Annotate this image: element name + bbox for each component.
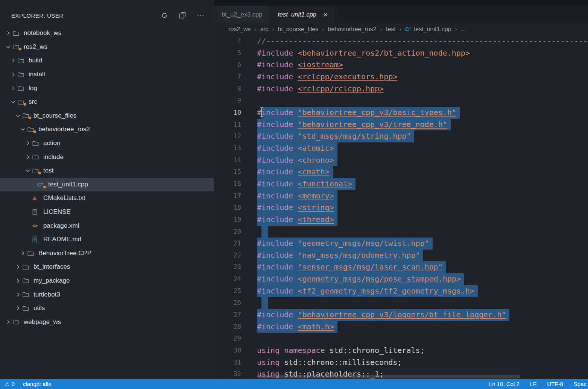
code-line-10[interactable]: 10#include "behaviortree_cpp_v3/basic_ty… (214, 107, 588, 119)
chevron-right-icon[interactable] (25, 154, 32, 160)
tree-item-license[interactable]: LICENSE (0, 205, 214, 219)
tree-item-action[interactable]: action (0, 136, 214, 150)
code-line-24[interactable]: 24#include <geometry_msgs/msg/pose_stamp… (214, 273, 588, 285)
chevron-down-icon[interactable] (15, 113, 23, 119)
code-line-31[interactable]: 31using std::chrono::milliseconds; (214, 357, 588, 369)
chevron-down-icon[interactable] (20, 126, 27, 132)
code-line-19[interactable]: 19#include <thread> (214, 214, 588, 226)
collapse-folders-icon[interactable] (178, 11, 187, 20)
tree-item-cmakelists-txt[interactable]: CMakeLists.txt (0, 191, 214, 205)
code-line-7[interactable]: 7#include <rclcpp/executors.hpp> (214, 71, 588, 83)
code-token (293, 322, 298, 331)
breadcrumb-item-src[interactable]: src (260, 26, 268, 33)
chevron-right-icon[interactable] (15, 264, 23, 270)
more-actions-icon[interactable]: ··· (196, 11, 205, 20)
code-line-4[interactable]: 4//-------------------------------------… (214, 35, 588, 47)
chevron-right-icon[interactable] (10, 85, 18, 91)
horizontal-scrollbar[interactable] (257, 375, 520, 378)
code-line-15[interactable]: 15#include <cmath> (214, 166, 588, 178)
code-token: <behaviortree_ros2/bt_action_node.hpp> (298, 48, 470, 58)
tree-item-src[interactable]: src (0, 95, 214, 109)
tree-item-readme-md[interactable]: README.md (0, 233, 214, 247)
code-line-12[interactable]: 12#include "std_msgs/msg/string.hpp" (214, 130, 588, 142)
close-tab-icon[interactable]: × (323, 11, 328, 18)
code-token: #include (257, 191, 293, 200)
tree-item-ros2-ws[interactable]: ros2_ws (0, 40, 214, 54)
chevron-right-icon[interactable] (10, 58, 18, 64)
tree-item-bt-course-files[interactable]: bt_course_files (0, 109, 214, 123)
clangd-status[interactable]: clangd: idle (23, 381, 52, 387)
code-line-17[interactable]: 17#include <memory> (214, 190, 588, 202)
chevron-down-icon[interactable] (5, 44, 13, 50)
code-editor[interactable]: 4//-------------------------------------… (214, 35, 588, 379)
breadcrumb-item-[interactable]: ... (461, 26, 466, 33)
code-line-30[interactable]: 30using namespace std::chrono_literals; (214, 345, 588, 357)
tree-item-turtlebot3[interactable]: turtlebot3 (0, 288, 214, 301)
chevron-right-icon[interactable] (15, 305, 23, 311)
tree-item-webpage-ws[interactable]: webpage_ws (0, 315, 214, 329)
chevron-right-icon[interactable] (5, 319, 13, 325)
code-line-8[interactable]: 8#include <rclcpp/rclcpp.hpp> (214, 83, 588, 95)
code-line-9[interactable]: 9 (214, 95, 588, 107)
breadcrumb-item-behaviortree-ros2[interactable]: behaviortree_ros2 (328, 26, 377, 33)
tree-item-notebook-ws[interactable]: notebook_ws (0, 26, 214, 40)
chevron-down-icon[interactable] (10, 99, 18, 105)
chevron-right-icon[interactable] (10, 71, 18, 77)
tree-item-label: log (29, 85, 37, 92)
chevron-down-icon[interactable] (25, 168, 32, 174)
tree-item-log[interactable]: log (0, 81, 214, 95)
eol-indicator[interactable]: LF (530, 381, 537, 387)
code-line-20[interactable]: 20 (214, 226, 588, 238)
chevron-right-icon[interactable] (20, 250, 27, 256)
code-line-5[interactable]: 5#include <behaviortree_ros2/bt_action_n… (214, 47, 588, 59)
code-line-27[interactable]: 27#include "behaviortree_cpp_v3/loggers/… (214, 309, 588, 321)
xml-icon: <> (32, 223, 41, 229)
code-token: namespace (284, 346, 325, 355)
tab-bt-u2-ex3-cpp[interactable]: bt_u2_ex3.cpp (214, 6, 270, 23)
tree-item-test[interactable]: test (0, 164, 214, 178)
indentation-indicator[interactable]: Spac (574, 381, 586, 387)
tree-item-install[interactable]: install (0, 68, 214, 82)
problems-indicator[interactable]: ⚠ 0 (5, 381, 15, 387)
tree-item-behaviortree-cpp[interactable]: BehaviorTree.CPP (0, 247, 214, 260)
encoding-indicator[interactable]: UTF-8 (547, 381, 563, 387)
code-line-14[interactable]: 14#include <chrono> (214, 154, 588, 166)
tree-item-test-unit1-cpp[interactable]: C+test_unit1.cpp (0, 178, 214, 192)
code-line-16[interactable]: 16#include <functional> (214, 178, 588, 190)
tree-item-behaviortree-ros2[interactable]: behaviortree_ros2 (0, 123, 214, 136)
tree-item-label: src (29, 98, 37, 106)
code-line-22[interactable]: 22#include "nav_msgs/msg/odometry.hpp" (214, 250, 588, 262)
tree-item-package-xml[interactable]: <>package.xml (0, 219, 214, 233)
code-token (293, 60, 298, 69)
refresh-icon[interactable] (160, 11, 169, 20)
chevron-right-icon[interactable] (15, 292, 23, 298)
code-line-6[interactable]: 6#include <iostream> (214, 59, 588, 71)
tree-item-build[interactable]: build (0, 54, 214, 68)
chevron-right-icon[interactable] (15, 278, 23, 284)
tree-item-utils[interactable]: utils (0, 301, 214, 315)
tree-item-my-package[interactable]: my_package (0, 274, 214, 288)
code-token: #include (257, 322, 293, 331)
code-line-26[interactable]: 26 (214, 297, 588, 309)
code-line-23[interactable]: 23#include "sensor_msgs/msg/laser_scan.h… (214, 261, 588, 273)
code-line-11[interactable]: 11#include "behaviortree_cpp_v3/tree_nod… (214, 119, 588, 131)
breadcrumb-item-test[interactable]: test (386, 26, 396, 33)
tab-test-unit1-cpp[interactable]: test_unit1.cpp× (270, 6, 336, 23)
code-line-25[interactable]: 25#include <tf2_geometry_msgs/tf2_geomet… (214, 285, 588, 297)
code-line-13[interactable]: 13#include <atomic> (214, 142, 588, 154)
breadcrumb-item-ros2-ws[interactable]: ros2_ws (228, 26, 251, 33)
breadcrumb-item-bt-course-files[interactable]: bt_course_files (278, 26, 319, 33)
tree-item-include[interactable]: include (0, 150, 214, 164)
tree-item-bt-interfaces[interactable]: bt_interfaces (0, 260, 214, 274)
code-line-18[interactable]: 18#include <string> (214, 202, 588, 214)
chevron-right-icon[interactable] (5, 30, 13, 36)
code-line-21[interactable]: 21#include "geometry_msgs/msg/twist.hpp" (214, 238, 588, 250)
code-line-28[interactable]: 28#include <math.h> (214, 321, 588, 333)
breadcrumb-item-test-unit1-cpp[interactable]: C+test_unit1.cpp (405, 26, 451, 33)
code-line-29[interactable]: 29 (214, 333, 588, 345)
chevron-right-icon[interactable] (25, 140, 32, 146)
code-token: "sensor_msgs/msg/laser_scan.hpp" (298, 262, 442, 271)
code-line-text: #include <math.h> (241, 321, 337, 333)
cursor-position[interactable]: Ln 10, Col 2 (489, 381, 520, 387)
code-token (293, 156, 298, 165)
